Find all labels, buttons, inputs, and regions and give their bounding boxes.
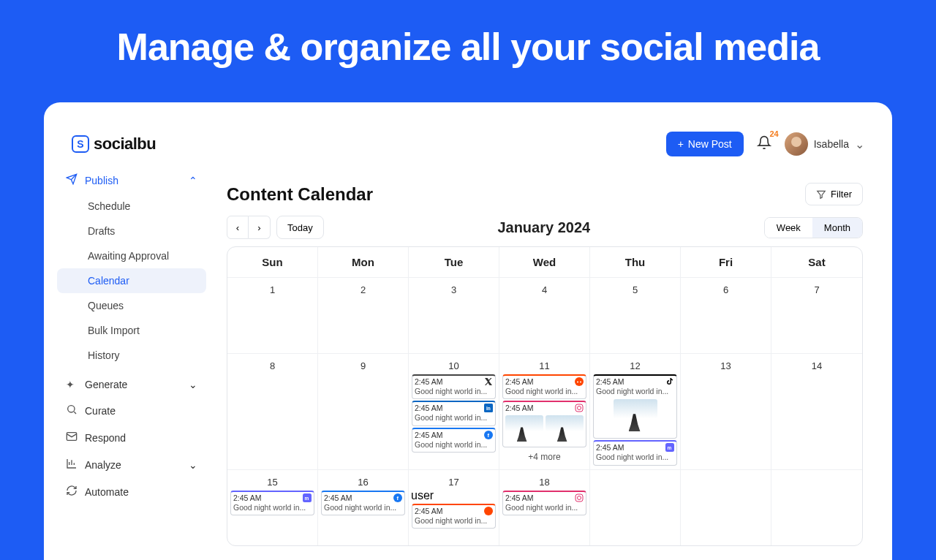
event-card[interactable]: in 2:45 AM Good night world in... bbox=[412, 401, 496, 425]
calendar-cell[interactable]: 13 bbox=[681, 353, 771, 469]
calendar-cell[interactable]: 9 bbox=[318, 353, 409, 469]
chevron-down-icon: ⌄ bbox=[855, 137, 864, 151]
calendar-cell[interactable]: 18 2:45 AM Good night world in... bbox=[499, 469, 590, 545]
event-time: 2:45 AM bbox=[415, 507, 443, 515]
month-view-button[interactable]: Month bbox=[812, 218, 862, 238]
instagram-icon bbox=[575, 493, 584, 502]
event-card[interactable]: 2:45 AM Good night world in... bbox=[502, 491, 586, 515]
sidebar-item-schedule[interactable]: Schedule bbox=[57, 194, 206, 219]
event-card[interactable]: 2:45 AM Good night world in... bbox=[412, 374, 496, 399]
new-post-button[interactable]: + New Post bbox=[666, 132, 744, 156]
calendar: Sun Mon Tue Wed Thu Fri Sat 1 2 3 4 bbox=[227, 246, 863, 546]
day-number: 1 bbox=[230, 280, 315, 297]
prev-button[interactable]: ‹ bbox=[227, 216, 249, 239]
calendar-cell[interactable]: 14 bbox=[771, 353, 862, 469]
calendar-cell[interactable]: 1 bbox=[227, 277, 318, 353]
reddit-icon bbox=[575, 377, 584, 386]
mastodon-icon: m bbox=[303, 493, 312, 502]
chevron-left-icon: ‹ bbox=[236, 222, 239, 233]
calendar-cell[interactable]: 6 bbox=[681, 277, 771, 353]
svg-text:m: m bbox=[668, 445, 672, 450]
event-text: Good night world in... bbox=[324, 503, 402, 512]
event-card[interactable]: 2:45 AM Good night world in... bbox=[502, 374, 586, 399]
event-text: Good night world in... bbox=[415, 413, 493, 423]
sidebar-item-analyze[interactable]: Analyze ⌄ bbox=[57, 451, 206, 478]
topbar: S socialbu + New Post 24 Isabella ⌄ bbox=[57, 123, 879, 167]
calendar-cell[interactable]: 2 bbox=[318, 277, 409, 353]
calendar-cell[interactable]: 3 bbox=[409, 277, 499, 353]
calendar-cell[interactable]: 8 bbox=[227, 353, 318, 469]
svg-point-6 bbox=[575, 377, 584, 386]
event-time: 2:45 AM bbox=[415, 431, 443, 439]
calendar-cell[interactable] bbox=[590, 469, 681, 545]
sidebar-item-calendar[interactable]: Calendar bbox=[57, 268, 206, 293]
next-button[interactable]: › bbox=[249, 216, 271, 239]
calendar-cell[interactable]: 10 2:45 AM Good night world in... in 2:4… bbox=[409, 353, 499, 469]
today-button[interactable]: Today bbox=[276, 216, 324, 239]
reddit-icon bbox=[484, 507, 493, 515]
event-card[interactable]: m 2:45 AM Good night world in... bbox=[593, 440, 677, 465]
month-label: January 2024 bbox=[497, 219, 590, 236]
calendar-cell[interactable]: 12 2:45 AM Good night world in... m 2:45… bbox=[590, 353, 681, 469]
mastodon-icon: m bbox=[665, 443, 674, 452]
day-number: 4 bbox=[502, 280, 587, 297]
linkedin-icon: in bbox=[484, 404, 493, 412]
calendar-cell[interactable]: 15 m 2:45 AM Good night world in... bbox=[227, 469, 318, 545]
instagram-icon bbox=[575, 404, 584, 412]
sidebar-item-curate[interactable]: Curate bbox=[57, 397, 206, 424]
calendar-cell[interactable] bbox=[681, 469, 771, 545]
notifications-button[interactable]: 24 bbox=[757, 135, 771, 153]
calendar-cell[interactable]: 17user 2:45 AM Good night world in... bbox=[409, 469, 499, 545]
sidebar-item-bulk[interactable]: Bulk Import bbox=[57, 318, 206, 343]
calendar-cell[interactable]: 5 bbox=[590, 277, 681, 353]
sidebar-item-publish[interactable]: Publish ⌃ bbox=[57, 167, 206, 194]
hero-title: Manage & organize all your social media bbox=[0, 0, 936, 91]
event-text: Good night world in... bbox=[596, 387, 674, 396]
thumbnail bbox=[614, 399, 657, 434]
logo[interactable]: S socialbu bbox=[72, 135, 156, 154]
sidebar-publish-label: Publish bbox=[85, 175, 181, 186]
day-number: 9 bbox=[320, 356, 406, 373]
event-card[interactable]: 2:45 AM Good night world in... bbox=[593, 374, 677, 439]
sidebar-item-respond[interactable]: Respond bbox=[57, 424, 206, 451]
thumbnail bbox=[546, 415, 584, 444]
day-number: 3 bbox=[411, 280, 497, 297]
facebook-icon: f bbox=[393, 493, 402, 502]
calendar-cell[interactable] bbox=[771, 469, 862, 545]
sidebar-item-generate[interactable]: ✦ Generate ⌄ bbox=[57, 372, 206, 397]
dow-sat: Sat bbox=[771, 247, 862, 277]
sidebar-item-automate[interactable]: Automate bbox=[57, 478, 206, 505]
view-toggle: Week Month bbox=[764, 217, 863, 238]
event-card[interactable]: 2:45 AM bbox=[502, 401, 586, 447]
day-number: 16 bbox=[320, 472, 406, 489]
event-card[interactable]: f 2:45 AM Good night world in... bbox=[321, 491, 405, 515]
event-card[interactable]: 2:45 AM Good night world in... bbox=[412, 504, 496, 529]
more-events[interactable]: +4 more bbox=[502, 449, 587, 465]
user-menu[interactable]: Isabella ⌄ bbox=[785, 132, 864, 156]
calendar-cell[interactable]: 16 f 2:45 AM Good night world in... bbox=[318, 469, 409, 545]
event-time: 2:45 AM bbox=[233, 493, 262, 502]
day-number: 17 bbox=[411, 472, 497, 489]
sidebar-item-drafts[interactable]: Drafts bbox=[57, 219, 206, 243]
sidebar-item-history[interactable]: History bbox=[57, 343, 206, 368]
day-number: 12 bbox=[592, 356, 678, 373]
calendar-cell[interactable]: 11 2:45 AM Good night world in... 2:45 A… bbox=[499, 353, 590, 469]
calendar-cell[interactable]: 7 bbox=[771, 277, 862, 353]
sidebar-item-queues[interactable]: Queues bbox=[57, 293, 206, 318]
dow-fri: Fri bbox=[681, 247, 771, 277]
event-card[interactable]: m 2:45 AM Good night world in... bbox=[230, 491, 314, 515]
logo-text: socialbu bbox=[94, 135, 156, 154]
sidebar-generate-label: Generate bbox=[85, 379, 181, 390]
svg-text:m: m bbox=[305, 495, 309, 500]
sidebar-item-awaiting[interactable]: Awaiting Approval bbox=[57, 243, 206, 268]
sidebar-analyze-label: Analyze bbox=[85, 459, 181, 471]
event-time: 2:45 AM bbox=[505, 493, 534, 502]
filter-button[interactable]: Filter bbox=[805, 183, 863, 205]
svg-point-0 bbox=[68, 406, 75, 412]
week-view-button[interactable]: Week bbox=[765, 218, 812, 238]
calendar-cell[interactable]: 4 bbox=[499, 277, 590, 353]
mail-icon bbox=[66, 431, 78, 444]
event-card[interactable]: f 2:45 AM Good night world in... bbox=[412, 428, 496, 453]
x-icon bbox=[484, 377, 493, 386]
sidebar-curate-label: Curate bbox=[85, 405, 197, 417]
